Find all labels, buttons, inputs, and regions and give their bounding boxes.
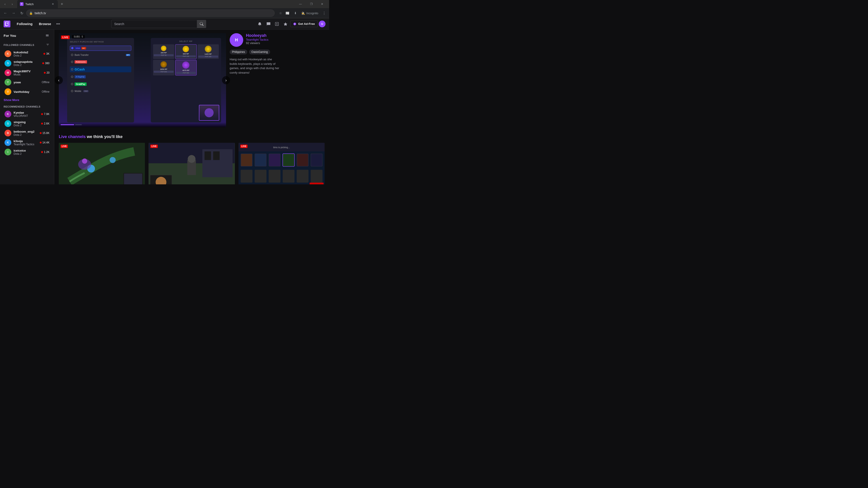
offline-text-vanholiday: Offline (42, 90, 50, 93)
svg-point-4 (110, 157, 116, 163)
featured-avatar[interactable]: H (230, 33, 243, 47)
tag-oasisgaming[interactable]: OasisGaming (249, 50, 270, 55)
svg-point-18 (188, 155, 195, 163)
notifications-btn[interactable] (256, 20, 264, 28)
channel-item-singsing[interactable]: S singsing Dota 2 2.6K (1, 119, 53, 128)
activity-btn[interactable] (273, 20, 281, 28)
main-content: For You FOLLOWED CHANNELS (0, 30, 329, 184)
featured-channel-name[interactable]: Hooleeyah (246, 33, 268, 38)
featured-section: ‹ SELECT PURCHASE METHOD (59, 33, 324, 127)
stream-thumbnail-1: LIVE 7.9K viewers (149, 143, 235, 184)
tab-favicon: T (20, 2, 24, 6)
recommended-channels-title: RECOMMENDED CHANNELS (4, 105, 40, 108)
live-dot-kukudota2 (43, 53, 45, 55)
svg-rect-38 (254, 170, 266, 183)
svg-rect-34 (283, 154, 294, 166)
sort-btn[interactable] (45, 42, 51, 48)
search-input[interactable] (114, 22, 194, 26)
downloads-btn[interactable]: ⬇ (292, 10, 299, 16)
sidebar-collapse-btn[interactable] (44, 32, 51, 39)
channel-game-solapsapdota: Dota 2 (13, 64, 40, 67)
address-lock-icon: 🔒 (29, 11, 33, 15)
sidebar: For You FOLLOWED CHANNELS (0, 30, 54, 184)
user-avatar[interactable]: U (319, 21, 326, 27)
section-title-normal: we think you'll like (86, 134, 123, 139)
channel-name-vanholiday: VanHoliday (13, 90, 39, 94)
prev-stream-btn[interactable]: ‹ (55, 76, 63, 84)
messages-btn[interactable] (265, 20, 272, 28)
svg-rect-6 (124, 174, 142, 184)
for-you-header: For You (0, 30, 54, 40)
followed-channels-header: FOLLOWED CHANNELS (0, 40, 54, 49)
channel-info-magic899tv: Magic899TV Music (13, 70, 41, 76)
header-more-btn[interactable]: ••• (55, 21, 61, 27)
svg-rect-39 (269, 170, 280, 183)
channel-avatar-magic899tv: M (4, 69, 11, 76)
loot-btn[interactable] (282, 20, 289, 28)
channel-item-betboom[interactable]: B betboom_eng2 Dota 2 15.8K (1, 128, 53, 138)
refresh-btn[interactable]: ↻ (18, 9, 25, 17)
channel-item-vanholiday[interactable]: V VanHoliday Offline (1, 87, 53, 96)
maximize-btn[interactable]: ❐ (306, 0, 316, 8)
address-bar[interactable]: 🔒 twitch.tv (26, 9, 275, 17)
channel-viewers-kyedae: 7.9K (41, 112, 50, 116)
channel-info-iceiceice: iceiceice Dota 2 (13, 149, 39, 156)
search-box[interactable] (111, 20, 197, 28)
channel-item-magic899tv[interactable]: M Magic899TV Music 20 (1, 68, 53, 77)
channel-item-solapsapdota[interactable]: S solapsapdota Dota 2 380 (1, 59, 53, 68)
channel-item-iceiceice[interactable]: I iceiceice Dota 2 1.2K (1, 147, 53, 157)
video-content: SELECT PURCHASE METHOD VISA MC (59, 33, 226, 127)
stream-card-0[interactable]: BLU SCALE LIVE 15.8K viewers (59, 143, 145, 184)
forward-btn[interactable]: → (10, 9, 17, 17)
live-dot-iceiceice (41, 151, 43, 153)
stream-thumbnail-0: BLU SCALE LIVE 15.8K viewers (59, 143, 145, 184)
close-btn[interactable]: ✕ (317, 0, 327, 8)
channel-item-kyedae[interactable]: K Kyedae VALORANT 7.9K (1, 109, 53, 119)
channel-name-k3soju: k3soju (13, 139, 37, 143)
featured-video-container[interactable]: SELECT PURCHASE METHOD VISA MC (59, 33, 226, 127)
show-more-btn[interactable]: Show More (0, 96, 54, 103)
svg-rect-15 (205, 151, 211, 160)
channel-name-iceiceice: iceiceice (13, 149, 39, 152)
active-tab[interactable]: T Twitch ✕ (17, 0, 58, 8)
channel-avatar-betboom: B (4, 130, 11, 136)
new-tab-btn[interactable]: + (59, 1, 65, 7)
channel-name-kyedae: Kyedae (13, 111, 39, 114)
next-stream-btn[interactable]: › (222, 76, 230, 84)
stream-card-2[interactable]: tims is picking... (239, 143, 324, 184)
following-nav-btn[interactable]: Following (14, 21, 35, 27)
bookmark-btn[interactable]: ☆ (277, 10, 284, 16)
channel-game-singsing: Dota 2 (13, 124, 39, 127)
channel-item-kukudota2[interactable]: K kukudota2 Dota 2 3K (1, 49, 53, 59)
browse-nav-btn[interactable]: Browse (36, 21, 54, 27)
back-btn[interactable]: ← (2, 9, 9, 17)
live-badge: LIVE (61, 35, 70, 39)
featured-tags: Philippines OasisGaming (230, 50, 279, 55)
reading-mode-btn[interactable]: 📰 (284, 10, 290, 16)
featured-nav: H Hooleeyah Teamfight Tactics 92 viewers (230, 33, 279, 47)
incognito-btn[interactable]: 🕵 Incognito (299, 11, 320, 16)
get-ad-free-btn[interactable]: Get Ad-Free (290, 21, 318, 27)
search-container (65, 20, 252, 28)
search-submit-btn[interactable] (197, 20, 206, 28)
featured-game[interactable]: Teamfight Tactics (246, 38, 268, 41)
twitch-logo[interactable] (4, 21, 10, 27)
channel-item-yowe[interactable]: Y yowe Offline (1, 77, 53, 87)
channel-avatar-vanholiday: V (4, 88, 11, 95)
get-ad-free-label: Get Ad-Free (298, 22, 315, 26)
browser-back-btn[interactable]: ‹ (2, 1, 8, 7)
live-dot-k3soju (40, 142, 41, 143)
minimize-btn[interactable]: — (295, 0, 306, 8)
live-dot-betboom (40, 132, 41, 134)
channel-item-k3soju[interactable]: K k3soju Teamfight Tactics 14.4K (1, 138, 53, 147)
tab-close-btn[interactable]: ✕ (51, 2, 55, 6)
svg-rect-32 (255, 154, 266, 166)
channel-game-betboom: Dota 2 (13, 133, 37, 136)
more-options-btn[interactable]: ⋮ (321, 10, 327, 16)
svg-rect-42 (311, 170, 322, 183)
recommended-section: Live channels we think you'll like (59, 134, 324, 184)
tab-title: Twitch (25, 2, 34, 6)
stream-card-1[interactable]: LIVE 7.9K viewers (149, 143, 235, 184)
browser-forward-btn[interactable]: › (9, 1, 16, 7)
tag-philippines[interactable]: Philippines (230, 50, 247, 55)
